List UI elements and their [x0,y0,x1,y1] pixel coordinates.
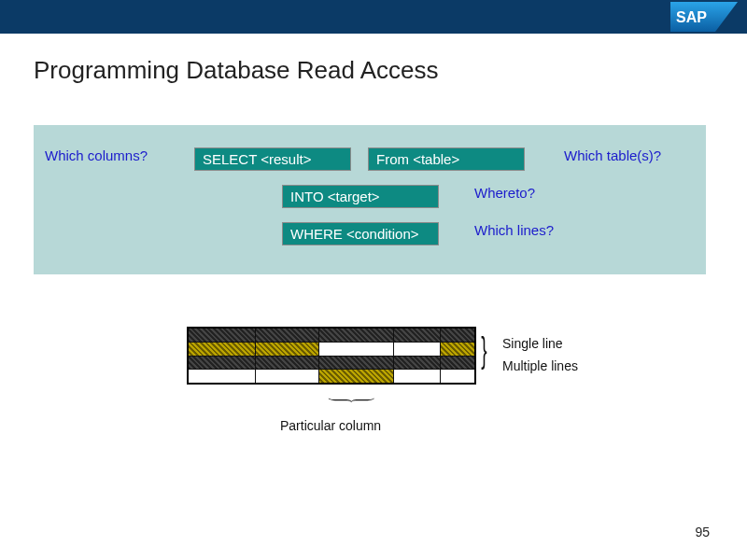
cell [441,343,474,356]
cell [319,343,394,356]
cell [319,370,394,383]
label-multiple-lines: Multiple lines [502,358,578,373]
table-row [189,370,474,383]
header-bar: SAP [0,0,747,34]
brace-icon: } [481,332,486,368]
cell [256,357,319,370]
cell [441,370,474,383]
cell [394,343,441,356]
brace-icon: ︸ [327,398,381,405]
sap-logo: SAP [670,2,738,32]
cell [189,370,256,383]
cell [256,370,319,383]
clause-where: WHERE <condition> [282,222,439,245]
sample-table [187,327,476,385]
cell [441,329,474,342]
cell [256,343,319,356]
label-single-line: Single line [502,336,563,351]
cell [319,357,394,370]
sql-panel: Which columns? SELECT <result> From <tab… [34,125,706,274]
cell [256,329,319,342]
question-columns: Which columns? [45,147,148,163]
clause-from: From <table> [368,147,525,171]
page-number: 95 [695,525,710,539]
table-row [189,329,474,343]
label-particular-column: Particular column [280,418,381,433]
clause-into: INTO <target> [282,185,439,208]
cell [189,329,256,342]
cell [394,357,441,370]
cell [189,357,256,370]
question-lines: Which lines? [474,222,554,238]
page-title: Programming Database Read Access [34,56,747,85]
cell [394,329,441,342]
cell [319,329,394,342]
question-whereto: Whereto? [474,185,535,201]
clause-select: SELECT <result> [194,147,351,171]
table-row [189,343,474,357]
cell [394,370,441,383]
table-diagram: } ︸ [187,327,476,385]
cell [189,343,256,356]
cell [441,357,474,370]
sap-logo-text: SAP [676,9,707,25]
question-tables: Which table(s)? [564,147,661,163]
table-row [189,357,474,371]
